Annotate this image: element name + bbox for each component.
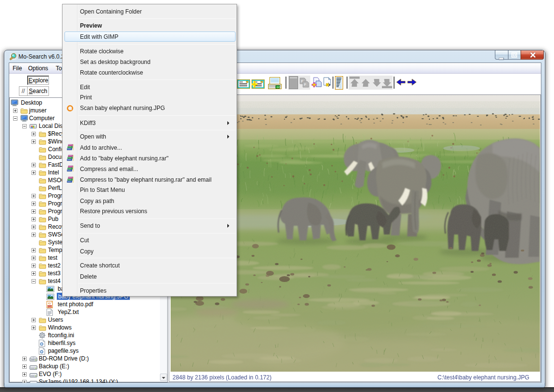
svg-text:PDF: PDF xyxy=(48,305,52,308)
svg-text:F: F xyxy=(301,79,303,83)
svg-text:F: F xyxy=(304,82,306,87)
svg-text:GO: GO xyxy=(277,86,281,89)
